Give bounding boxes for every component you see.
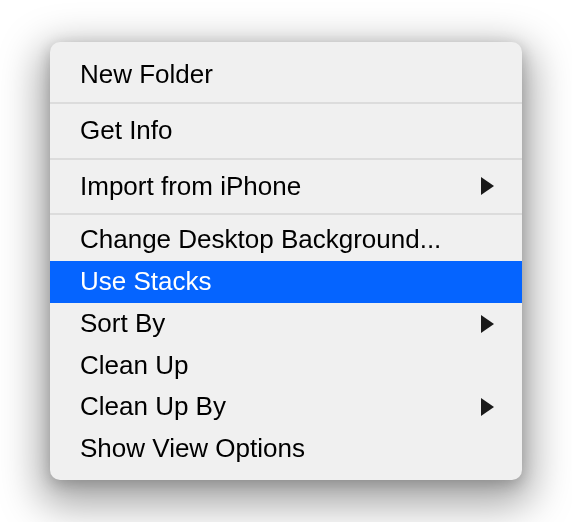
menu-item-label: Clean Up — [80, 349, 188, 383]
menu-item-label: Sort By — [80, 307, 165, 341]
context-menu: New Folder Get Info Import from iPhone C… — [50, 42, 522, 480]
menu-item-show-view-options[interactable]: Show View Options — [50, 428, 522, 474]
submenu-arrow-icon — [481, 315, 494, 333]
menu-item-label: Change Desktop Background... — [80, 223, 441, 257]
menu-item-label: Show View Options — [80, 432, 305, 466]
menu-item-get-info[interactable]: Get Info — [50, 104, 522, 158]
menu-item-label: Clean Up By — [80, 390, 226, 424]
submenu-arrow-icon — [481, 398, 494, 416]
menu-item-sort-by[interactable]: Sort By — [50, 303, 522, 345]
menu-item-label: Import from iPhone — [80, 170, 301, 204]
menu-item-import-from-iphone[interactable]: Import from iPhone — [50, 160, 522, 214]
menu-item-use-stacks[interactable]: Use Stacks — [50, 261, 522, 303]
menu-item-clean-up-by[interactable]: Clean Up By — [50, 386, 522, 428]
menu-item-new-folder[interactable]: New Folder — [50, 48, 522, 102]
menu-item-label: Use Stacks — [80, 265, 212, 299]
submenu-arrow-icon — [481, 177, 494, 195]
menu-item-label: New Folder — [80, 58, 213, 92]
menu-item-clean-up[interactable]: Clean Up — [50, 345, 522, 387]
menu-item-change-desktop-background[interactable]: Change Desktop Background... — [50, 215, 522, 261]
menu-item-label: Get Info — [80, 114, 173, 148]
